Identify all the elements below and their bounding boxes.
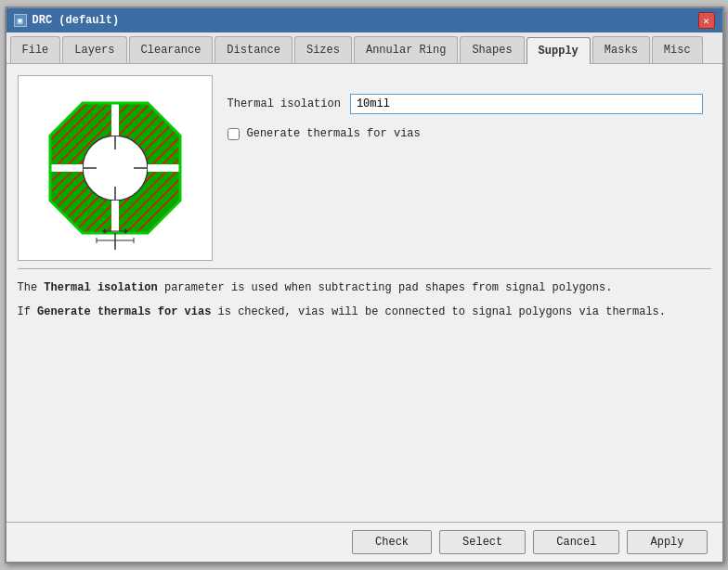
check-button[interactable]: Check — [352, 530, 432, 554]
tab-sizes[interactable]: Sizes — [294, 36, 352, 63]
thermal-diagram — [32, 84, 199, 252]
generate-thermals-label: Generate thermals for vias — [247, 127, 421, 140]
tabs-bar: File Layers Clearance Distance Sizes Ann… — [6, 32, 722, 64]
close-button[interactable]: ✕ — [698, 12, 715, 29]
generate-thermals-checkbox[interactable] — [228, 128, 240, 140]
main-window: ▣ DRC (default) ✕ File Layers Clearance … — [5, 6, 724, 564]
main-row: Thermal isolation Generate thermals for … — [18, 75, 711, 261]
tab-shapes[interactable]: Shapes — [460, 36, 524, 63]
tab-masks[interactable]: Masks — [592, 36, 650, 63]
tab-supply[interactable]: Supply — [526, 37, 591, 64]
tab-distance[interactable]: Distance — [214, 36, 292, 63]
spacer — [18, 335, 711, 511]
tab-misc[interactable]: Misc — [652, 36, 703, 63]
thermal-isolation-input[interactable] — [350, 94, 703, 114]
cancel-button[interactable]: Cancel — [533, 530, 619, 554]
keyword-thermal: Thermal isolation — [44, 281, 157, 294]
tab-layers[interactable]: Layers — [62, 36, 126, 63]
settings-panel: Thermal isolation Generate thermals for … — [228, 75, 711, 261]
tab-file[interactable]: File — [10, 36, 61, 63]
keyword-generate: Generate thermals for vias — [37, 305, 211, 318]
tab-annular-ring[interactable]: Annular Ring — [354, 36, 458, 63]
generate-thermals-row: Generate thermals for vias — [228, 127, 711, 140]
info-line-1: The Thermal isolation parameter is used … — [18, 279, 711, 297]
bottom-bar: Check Select Cancel Apply — [6, 522, 722, 562]
window-title: DRC (default) — [32, 14, 120, 27]
thermal-isolation-label: Thermal isolation — [228, 97, 341, 110]
info-line-2: If Generate thermals for vias is checked… — [18, 303, 711, 321]
tab-clearance[interactable]: Clearance — [129, 36, 214, 63]
info-section: The Thermal isolation parameter is used … — [18, 268, 711, 328]
thermal-isolation-row: Thermal isolation — [228, 94, 711, 114]
select-button[interactable]: Select — [439, 530, 526, 554]
title-bar: ▣ DRC (default) ✕ — [6, 8, 722, 32]
apply-button[interactable]: Apply — [627, 530, 707, 554]
thermal-preview — [18, 75, 213, 261]
window-icon: ▣ — [14, 14, 27, 27]
content-area: Thermal isolation Generate thermals for … — [6, 64, 722, 522]
